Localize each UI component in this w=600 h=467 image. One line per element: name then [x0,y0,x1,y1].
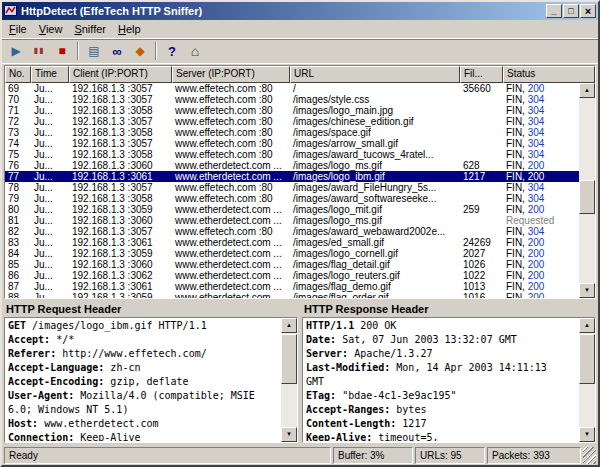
column-header-no[interactable]: No. [5,66,31,83]
start-button[interactable]: ▶ [5,40,27,62]
request-panel-scrollbar[interactable]: ▲ ▼ [281,318,297,442]
table-row[interactable]: 72Ju...192.168.1.3 :3057www.effetech.com… [5,116,579,127]
cell-time: Ju... [31,215,69,226]
table-row[interactable]: 79Ju...192.168.1.3 :3058www.effetech.com… [5,193,579,204]
status-code: 304 [528,105,545,116]
menu-view[interactable]: View [33,21,69,38]
log-button[interactable]: ▤ [83,40,105,62]
table-row[interactable]: 69Ju...192.168.1.3 :3057www.effetech.com… [5,83,579,94]
table-row[interactable]: 70Ju...192.168.1.3 :3057www.effetech.com… [5,94,579,105]
cell-no: 74 [5,138,31,149]
help-button[interactable]: ? [161,40,183,62]
resize-grip[interactable] [583,447,596,464]
table-row[interactable]: 87Ju...192.168.1.3 :3061www.etherdetect.… [5,281,579,292]
table-row[interactable]: 71Ju...192.168.1.3 :3058www.effetech.com… [5,105,579,116]
toolbar-separator [155,42,157,60]
home-button[interactable]: ⌂ [184,40,206,62]
scroll-down-icon[interactable]: ▼ [579,283,595,298]
table-header: No. Time Client (IP:PORT) Server (IP:POR… [5,66,595,83]
window-title: HttpDetect (EffeTech HTTP Sniffer) [21,5,543,17]
table-row[interactable]: 85Ju...192.168.1.3 :3060www.etherdetect.… [5,259,579,270]
table-row[interactable]: 75Ju...192.168.1.3 :3058www.effetech.com… [5,149,579,160]
header-panels: HTTP Request Header GET /images/logo_ibm… [2,300,598,445]
cell-client: 192.168.1.3 :3061 [69,171,172,182]
scroll-down-icon[interactable]: ▼ [579,427,595,442]
scroll-up-icon[interactable]: ▲ [579,83,595,98]
cell-time: Ju... [31,160,69,171]
cell-status: FIN, 304 [503,138,579,149]
column-header-status[interactable]: Status [503,66,595,83]
cell-server: www.effetech.com :80 [172,138,290,149]
cell-server: www.etherdetect.com ... [172,160,290,171]
table-row[interactable]: 78Ju...192.168.1.3 :3057www.effetech.com… [5,182,579,193]
table-row[interactable]: 84Ju...192.168.1.3 :3059www.etherdetect.… [5,248,579,259]
close-button[interactable]: × [580,4,596,18]
cell-time: Ju... [31,83,69,94]
cell-time: Ju... [31,182,69,193]
scroll-up-icon[interactable]: ▲ [281,318,297,333]
minimize-button[interactable]: _ [546,4,562,18]
cell-url: /images/chinese_edition.gif [290,116,460,127]
table-scrollbar[interactable]: ▲ ▼ [579,83,595,298]
table-row[interactable]: 73Ju...192.168.1.3 :3058www.effetech.com… [5,127,579,138]
cell-server: www.etherdetect.com ... [172,248,290,259]
table-row[interactable]: 74Ju...192.168.1.3 :3057www.effetech.com… [5,138,579,149]
buffer-indicator: Buffer: 3% [333,447,413,464]
column-header-server[interactable]: Server (IP:PORT) [172,66,290,83]
cell-size [460,116,503,127]
cell-status: Requested [503,215,579,226]
filter-icon: ◆ [135,45,144,57]
stop-button[interactable]: ■ [51,40,73,62]
header-line: Content-Length: 1217 [306,417,553,431]
table-row[interactable]: 88Ju...192.168.1.3 :3059www.etherdetect.… [5,292,579,298]
title-bar[interactable]: HttpDetect (EffeTech HTTP Sniffer) _ □ × [2,2,598,20]
table-row[interactable]: 83Ju...192.168.1.3 :3061www.etherdetect.… [5,237,579,248]
menu-file[interactable]: File [3,21,33,38]
column-header-size[interactable]: Fil... [460,66,503,83]
cell-client: 192.168.1.3 :3058 [69,127,172,138]
header-line: Last-Modified: Mon, 14 Apr 2003 14:11:13… [306,361,553,389]
response-panel-title: HTTP Response Header [302,302,596,317]
table-body: 69Ju...192.168.1.3 :3057www.effetech.com… [5,83,579,298]
table-row[interactable]: 82Ju...192.168.1.3 :3057www.effetech.com… [5,226,579,237]
column-header-time[interactable]: Time [31,66,69,83]
header-line: ETag: "bdae-4c1-3e9ac195" [306,389,553,403]
cell-no: 72 [5,116,31,127]
response-panel-scrollbar[interactable]: ▲ ▼ [579,318,595,442]
table-row[interactable]: 80Ju...192.168.1.3 :3059www.etherdetect.… [5,204,579,215]
pause-button[interactable]: ▮▮ [28,40,50,62]
cell-status: FIN, 200 [503,248,579,259]
find-button[interactable]: ∞ [106,40,128,62]
table-row[interactable]: 76Ju...192.168.1.3 :3060www.etherdetect.… [5,160,579,171]
status-code: 200 [528,292,545,298]
request-panel-title: HTTP Request Header [4,302,298,317]
filter-button[interactable]: ◆ [129,40,151,62]
column-header-url[interactable]: URL [290,66,460,83]
table-scroll-thumb[interactable] [579,180,595,214]
scroll-up-icon[interactable]: ▲ [579,318,595,333]
table-row[interactable]: 86Ju...192.168.1.3 :3062www.etherdetect.… [5,270,579,281]
status-bar: Ready Buffer: 3% URLs: 95 Packets: 393 [2,445,598,465]
table-row[interactable]: 81Ju...192.168.1.3 :3060www.etherdetect.… [5,215,579,226]
cell-status: FIN, 200 [503,204,579,215]
column-header-client[interactable]: Client (IP:PORT) [69,66,172,83]
maximize-button[interactable]: □ [563,4,579,18]
cell-client: 192.168.1.3 :3062 [69,270,172,281]
cell-client: 192.168.1.3 :3060 [69,259,172,270]
cell-no: 76 [5,160,31,171]
menu-sniffer[interactable]: Sniffer [68,21,112,38]
cell-server: www.etherdetect.com ... [172,215,290,226]
header-line: Date: Sat, 07 Jun 2003 13:32:07 GMT [306,333,553,347]
play-icon: ▶ [11,45,20,57]
menu-help[interactable]: Help [112,21,147,38]
response-scroll-thumb[interactable] [579,334,595,384]
table-row[interactable]: 77Ju...192.168.1.3 :3061www.etherdetect.… [5,171,579,182]
cell-size [460,138,503,149]
cell-time: Ju... [31,116,69,127]
cell-no: 83 [5,237,31,248]
request-scroll-thumb[interactable] [281,334,297,384]
cell-client: 192.168.1.3 :3060 [69,215,172,226]
cell-size: 2027 [460,248,503,259]
cell-url: /images/logo_mit.gif [290,204,460,215]
scroll-down-icon[interactable]: ▼ [281,427,297,442]
